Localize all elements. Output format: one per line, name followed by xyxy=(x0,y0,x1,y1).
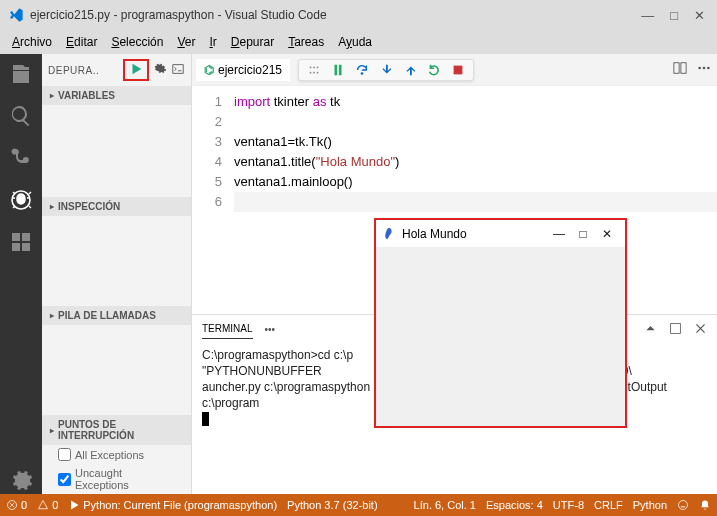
svg-point-1 xyxy=(310,66,312,68)
vscode-logo-icon xyxy=(8,7,24,23)
section-variables[interactable]: VARIABLES xyxy=(42,86,191,105)
window-title: ejercicio215.py - programaspython - Visu… xyxy=(30,8,641,22)
panel-close-icon[interactable] xyxy=(694,322,707,337)
debug-step-out-button[interactable] xyxy=(403,63,417,77)
section-breakpoints[interactable]: PUNTOS DE INTERRUPCIÓN xyxy=(42,415,191,445)
activity-settings-icon[interactable] xyxy=(9,470,33,494)
tkinter-titlebar: Hola Mundo — □ ✕ xyxy=(376,220,625,248)
debug-stop-button[interactable] xyxy=(451,63,465,77)
svg-rect-10 xyxy=(681,62,686,73)
svg-rect-14 xyxy=(671,323,681,333)
debug-console-icon[interactable] xyxy=(171,62,185,78)
debug-pause-button[interactable] xyxy=(331,63,345,77)
status-spaces[interactable]: Espacios: 4 xyxy=(486,499,543,511)
panel-more-icon[interactable]: ••• xyxy=(265,320,276,339)
svg-rect-8 xyxy=(454,65,463,74)
svg-point-5 xyxy=(317,66,319,68)
python-file-icon: ⌬ xyxy=(204,63,214,77)
tkinter-window: Hola Mundo — □ ✕ xyxy=(374,218,627,428)
activity-search-icon[interactable] xyxy=(9,104,33,128)
more-actions-icon[interactable] xyxy=(697,61,711,79)
activity-explorer-icon[interactable] xyxy=(9,62,33,86)
line-gutter: 123456 xyxy=(192,92,234,314)
svg-point-4 xyxy=(313,71,315,73)
section-pila[interactable]: PILA DE LLAMADAS xyxy=(42,306,191,325)
tk-minimize-button[interactable]: — xyxy=(547,227,571,241)
panel-up-icon[interactable] xyxy=(644,322,657,337)
status-bell-icon[interactable] xyxy=(699,499,711,511)
svg-rect-9 xyxy=(674,62,679,73)
window-minimize-button[interactable]: — xyxy=(641,8,654,23)
activity-debug-icon[interactable] xyxy=(9,188,33,212)
svg-point-12 xyxy=(703,66,706,69)
bp-all-exceptions[interactable]: All Exceptions xyxy=(42,445,191,464)
section-inspeccion[interactable]: INSPECCIÓN xyxy=(42,197,191,216)
status-language[interactable]: Python xyxy=(633,499,667,511)
svg-point-11 xyxy=(698,66,701,69)
svg-point-6 xyxy=(317,71,319,73)
tk-feather-icon xyxy=(382,227,396,241)
activity-extensions-icon[interactable] xyxy=(9,230,33,254)
bp-all-exceptions-checkbox[interactable] xyxy=(58,448,71,461)
debug-sidebar: DEPURA.. VARIABLES INSPECCIÓN PILA DE LL… xyxy=(42,54,192,494)
debug-step-over-button[interactable] xyxy=(355,63,369,77)
status-warnings[interactable]: 0 xyxy=(37,499,58,511)
menu-ir[interactable]: Ir xyxy=(203,33,222,51)
status-feedback-icon[interactable] xyxy=(677,499,689,511)
status-bar: 0 0 Python: Current File (programaspytho… xyxy=(0,494,717,516)
terminal-tab[interactable]: TERMINAL xyxy=(202,319,253,339)
debug-drag-handle-icon[interactable] xyxy=(307,63,321,77)
status-cursor-pos[interactable]: Lín. 6, Col. 1 xyxy=(414,499,476,511)
debug-toolbar xyxy=(298,59,474,81)
tkinter-title: Hola Mundo xyxy=(402,227,547,241)
window-titlebar: ejercicio215.py - programaspython - Visu… xyxy=(0,0,717,30)
svg-point-3 xyxy=(313,66,315,68)
menu-seleccion[interactable]: Selección xyxy=(105,33,169,51)
menu-bar: Archivo Editar Selección Ver Ir Depurar … xyxy=(0,30,717,54)
tab-bar: ⌬ ejercicio215 xyxy=(192,54,717,86)
tk-close-button[interactable]: ✕ xyxy=(595,227,619,241)
menu-ayuda[interactable]: Ayuda xyxy=(332,33,378,51)
sidebar-title: DEPURA.. xyxy=(48,65,119,76)
svg-point-2 xyxy=(310,71,312,73)
status-eol[interactable]: CRLF xyxy=(594,499,623,511)
split-editor-icon[interactable] xyxy=(673,61,687,79)
menu-depurar[interactable]: Depurar xyxy=(225,33,280,51)
bp-uncaught-exceptions-checkbox[interactable] xyxy=(58,473,71,486)
status-interpreter[interactable]: Python 3.7 (32-bit) xyxy=(287,499,378,511)
svg-point-13 xyxy=(707,66,710,69)
tkinter-body xyxy=(376,248,625,426)
start-debug-button[interactable] xyxy=(123,59,149,81)
tab-ejercicio215[interactable]: ⌬ ejercicio215 xyxy=(196,59,290,81)
debug-step-into-button[interactable] xyxy=(379,63,393,77)
svg-point-16 xyxy=(679,501,688,510)
bp-uncaught-exceptions[interactable]: Uncaught Exceptions xyxy=(42,464,191,494)
status-launch-config[interactable]: Python: Current File (programaspython) xyxy=(68,499,277,511)
tab-label: ejercicio215 xyxy=(218,63,282,77)
activity-bar xyxy=(0,54,42,494)
window-close-button[interactable]: ✕ xyxy=(694,8,705,23)
tk-maximize-button[interactable]: □ xyxy=(571,227,595,241)
panel-maximize-icon[interactable] xyxy=(669,322,682,337)
terminal-cursor xyxy=(202,412,209,426)
debug-config-icon[interactable] xyxy=(153,62,167,78)
menu-editar[interactable]: Editar xyxy=(60,33,103,51)
debug-restart-button[interactable] xyxy=(427,63,441,77)
menu-tareas[interactable]: Tareas xyxy=(282,33,330,51)
svg-point-7 xyxy=(361,72,364,75)
status-encoding[interactable]: UTF-8 xyxy=(553,499,584,511)
activity-scm-icon[interactable] xyxy=(9,146,33,170)
menu-ver[interactable]: Ver xyxy=(171,33,201,51)
status-errors[interactable]: 0 xyxy=(6,499,27,511)
menu-archivo[interactable]: Archivo xyxy=(6,33,58,51)
window-maximize-button[interactable]: □ xyxy=(670,8,678,23)
